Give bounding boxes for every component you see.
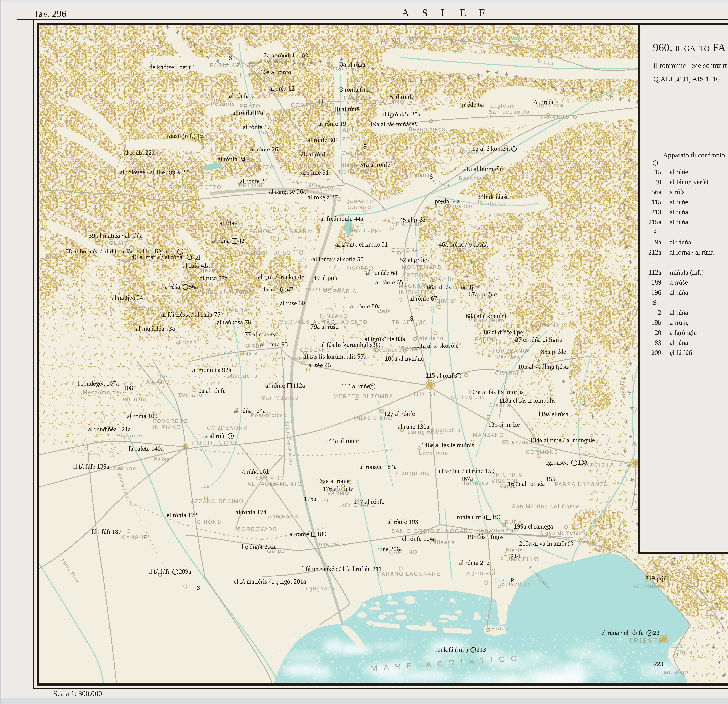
svg-text:ZUGLIO: ZUGLIO [342, 136, 366, 142]
svg-text:MAGNANO: MAGNANO [399, 283, 431, 289]
svg-text:Grizzo: Grizzo [178, 339, 197, 345]
svg-text:al fâs lis kurúmbulis 99: al fâs lis kurúmbulis 99 [320, 341, 380, 348]
svg-text:223a: 223a [670, 643, 683, 649]
svg-text:al rúńe 130a: al rúńe 130a [398, 423, 429, 430]
svg-text:P: P [510, 577, 514, 584]
svg-text:runkiſá (inf.): runkiſá (inf.) [435, 646, 468, 653]
svg-text:Stolvizza: Stolvizza [480, 201, 507, 206]
svg-text:S: S [429, 173, 433, 180]
svg-text:S: S [233, 239, 236, 244]
svg-text:BUDOIA: BUDOIA [123, 397, 147, 402]
svg-text:Ludária: Ludária [240, 72, 263, 78]
svg-text:195 fás i figós: 195 fás i figós [467, 533, 504, 541]
svg-text:Vernasso: Vernasso [497, 354, 524, 360]
svg-text:AZZANO DÉCIMO: AZZANO DÉCIMO [191, 498, 244, 504]
svg-text:MARANO LAGUNARE: MARANO LAGUNARE [376, 571, 441, 577]
svg-text:al rónta 212: al rónta 212 [459, 559, 490, 566]
svg-text:Mezzomonte: Mezzomonte [83, 390, 120, 395]
svg-text:Cavolano: Cavolano [108, 466, 136, 472]
svg-text:15 al é kontęnt: 15 al é kontęnt [472, 145, 510, 152]
svg-text:21a al burmįéle: 21a al burmįéle [463, 165, 503, 172]
svg-text:al rúńe: al rúńe [670, 168, 688, 176]
svg-text:CERVIGNANO: CERVIGNANO [476, 528, 519, 534]
svg-text:al fái un verſát: al fái un verſát [670, 178, 709, 186]
svg-text:PRATO: PRATO [240, 103, 261, 109]
svg-text:CORDOVADO: CORDOVADO [237, 526, 277, 532]
svg-text:159: 159 [201, 483, 210, 489]
svg-text:115 al rónfe: 115 al rónfe [426, 372, 456, 379]
svg-text:San Leopoldo: San Leopoldo [489, 109, 530, 115]
svg-text:66a al fâś la morfįne: 66a al fâś la morfįne [427, 284, 480, 291]
svg-text:al matįéa 54: al matįéa 54 [112, 294, 143, 301]
svg-text:MANSUE': MANSUE' [121, 534, 150, 541]
svg-text:115: 115 [651, 198, 661, 206]
svg-text:Zompicchia: Zompicchia [427, 427, 461, 433]
svg-text:56a: 56a [652, 188, 661, 196]
svg-text:CIMOLAIS: CIMOLAIS [97, 240, 128, 246]
svg-text:AQUILÉIA: AQUILÉIA [466, 571, 496, 577]
svg-text:al rúńa: al rúńa [670, 289, 688, 296]
svg-text:a rrúńę: a rrúńę [670, 319, 689, 326]
svg-text:P: P [573, 460, 576, 465]
svg-text:MÓGGIO: MÓGGIO [403, 173, 430, 179]
svg-text:176 al rónte: 176 al rónte [323, 485, 353, 492]
svg-text:al rúńa: al rúńa [212, 237, 230, 244]
svg-text:al k’ánte el krédo 51: al k’ánte el krédo 51 [335, 241, 388, 248]
svg-text:Il ronronne - Sie schnurrt - (: Il ronronne - Sie schnurrt - (Mačka) pre… [653, 61, 728, 69]
svg-text:a rrúše: a rrúše [670, 278, 688, 286]
svg-text:SAPPADA: SAPPADA [172, 76, 201, 82]
svg-text:al ſgrónk’e 20a: al ſgrónk’e 20a [381, 111, 420, 118]
svg-text:209a: 209a [179, 568, 191, 575]
svg-text:al muńuléa 92a: al muńuléa 92a [192, 366, 231, 374]
svg-text:IN PIANO: IN PIANO [153, 424, 181, 430]
svg-text:209: 209 [651, 349, 661, 356]
svg-text:TORREANO: TORREANO [492, 348, 527, 354]
svg-text:al rónfe 26: al rónfe 26 [250, 146, 278, 153]
svg-text:CAVAZZO: CAVAZZO [345, 199, 374, 205]
svg-text:TOLMEZZO: TOLMEZZO [338, 169, 372, 175]
svg-text:100a al maſáne: 100a al maſáne [385, 355, 423, 362]
svg-text:19b: 19b [651, 319, 661, 326]
svg-text:219 prįéde: 219 prįéde [645, 575, 673, 582]
svg-text:134: 134 [532, 446, 541, 452]
svg-text:Vico: Vico [140, 162, 153, 168]
svg-text:al muńuléa 73a: al muńuléa 73a [136, 325, 175, 332]
svg-text:10a al rónfo: 10a al rónfo [260, 69, 291, 76]
svg-text:146a al fâs le muínis: 146a al fâs le muínis [421, 441, 474, 449]
svg-text:l ronđegéa 107a: l ronđegéa 107a [78, 380, 119, 387]
svg-text:COMEGLIÁNS: COMEGLIÁNS [291, 102, 333, 108]
svg-text:AL TAGLIAMENTO: AL TAGLIAMENTO [247, 481, 302, 487]
svg-text:P: P [171, 170, 173, 175]
svg-text:SAN GIORGIO DI NOGARO: SAN GIORGIO DI NOGARO [391, 528, 473, 534]
svg-text:Pieris: Pieris [506, 547, 523, 553]
svg-text:al rúńa: al rúńa [670, 208, 688, 216]
svg-text:83: 83 [654, 339, 661, 346]
svg-text:al rúńa: al rúńa [670, 339, 688, 346]
svg-text:FORNI AVOLTRI: FORNI AVOLTRI [209, 62, 258, 68]
svg-text:87 el rúńa di ligría: 87 el rúńa di ligría [515, 336, 562, 343]
svg-text:112a: 112a [649, 268, 661, 276]
svg-text:S: S [363, 143, 367, 150]
svg-text:el fá fúſe 139a: el fá fúſe 139a [72, 463, 109, 470]
svg-text:al rúńa: al rúńa [670, 309, 688, 316]
svg-text:MANZANO: MANZANO [473, 432, 504, 438]
svg-text:fá i fúſi 187: fá i fúſi 187 [91, 528, 121, 535]
svg-text:91: 91 [160, 374, 166, 379]
svg-text:el rúńa / el rónfa: el rúńa / el rónfa [601, 629, 644, 636]
svg-text:al rónfe 30: al rónfe 30 [308, 136, 335, 143]
svg-text:pręḍə 34a: pręḍə 34a [435, 198, 460, 205]
svg-text:rausn (inf.) 16: rausn (inf.) 16 [167, 132, 204, 139]
svg-text:134a al rúńe / al mungúle: 134a al rúńe / al mungúle [530, 437, 595, 444]
svg-text:al tįra el rankái 48: al tįra el rankái 48 [258, 273, 305, 280]
svg-text:TRICESIMO: TRICESIMO [392, 319, 428, 325]
svg-text:PALUZZA: PALUZZA [344, 95, 372, 101]
svg-text:L: L [631, 374, 636, 383]
svg-text:CIVIDALE: CIVIDALE [495, 370, 525, 376]
svg-text:al rúńe: al rúńe [261, 286, 279, 293]
svg-text:68a al é kontént: 68a al é kontént [466, 312, 507, 320]
svg-text:34b drńáuše: 34b drńáuše [478, 193, 509, 201]
svg-text:Tesis: Tesis [242, 350, 257, 356]
svg-text:ASLEF: ASLEF [402, 7, 498, 19]
svg-text:119a el rúsa: 119a el rúsa [538, 411, 568, 418]
svg-text:196: 196 [651, 289, 661, 296]
